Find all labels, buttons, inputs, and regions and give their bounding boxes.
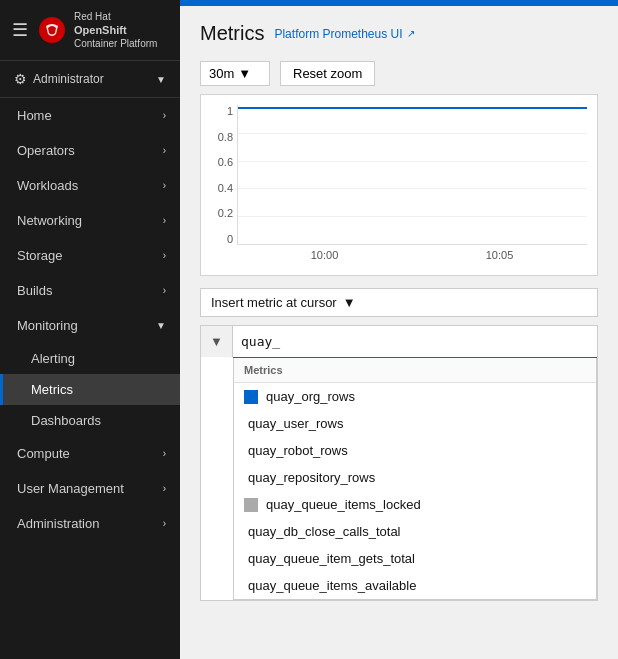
chevron-right-icon: › <box>163 215 166 226</box>
chevron-right-icon: › <box>163 110 166 121</box>
user-chevron-down-icon: ▼ <box>156 74 166 85</box>
reset-zoom-button[interactable]: Reset zoom <box>280 61 375 86</box>
chart-plot <box>237 105 587 245</box>
redhat-icon <box>38 16 66 44</box>
sidebar-item-networking-label: Networking <box>17 213 82 228</box>
sidebar-item-networking[interactable]: Networking › <box>0 203 180 238</box>
chart-container: 1 0.8 0.6 0.4 0.2 0 <box>200 94 598 276</box>
brand-redhat: Red Hat <box>74 10 157 23</box>
grid-line-h <box>238 188 587 189</box>
sidebar-item-user-management[interactable]: User Management › <box>0 471 180 506</box>
dropdown-item-label: quay_org_rows <box>266 389 355 404</box>
grid-lines <box>238 105 587 244</box>
query-input[interactable] <box>233 326 597 359</box>
chart-inner: 1 0.8 0.6 0.4 0.2 0 <box>201 105 587 265</box>
page-title: Metrics <box>200 22 264 45</box>
dropdown-item-label: quay_queue_items_locked <box>266 497 421 512</box>
x-label-2: 10:05 <box>486 249 514 261</box>
prometheus-link[interactable]: Platform Prometheus UI ↗ <box>274 27 414 41</box>
dropdown-item-quay-queue-items-available[interactable]: quay_queue_items_available <box>234 572 596 599</box>
sidebar-item-storage[interactable]: Storage › <box>0 238 180 273</box>
dropdown-item-quay-repository-rows[interactable]: quay_repository_rows <box>234 464 596 491</box>
sidebar-sub-item-metrics-label: Metrics <box>31 382 73 397</box>
grid-line-h <box>238 216 587 217</box>
dropdown-item-quay-db-close-calls-total[interactable]: quay_db_close_calls_total <box>234 518 596 545</box>
sidebar-item-operators[interactable]: Operators › <box>0 133 180 168</box>
query-row: ▼ Metrics quay_org_rows quay_user_rows q… <box>200 325 598 601</box>
prometheus-link-label: Platform Prometheus UI <box>274 27 402 41</box>
chevron-right-icon: › <box>163 518 166 529</box>
insert-metric-button[interactable]: Insert metric at cursor ▼ <box>200 288 598 317</box>
y-label-1: 1 <box>227 105 233 117</box>
dropdown-item-quay-queue-items-locked[interactable]: quay_queue_items_locked <box>234 491 596 518</box>
sidebar-item-monitoring-label: Monitoring <box>17 318 78 333</box>
color-indicator-blue <box>244 390 258 404</box>
dropdown-item-label: quay_queue_item_gets_total <box>248 551 415 566</box>
dropdown-item-quay-robot-rows[interactable]: quay_robot_rows <box>234 437 596 464</box>
brand-text: Red Hat OpenShift Container Platform <box>74 10 157 50</box>
brand-platform: Container Platform <box>74 37 157 50</box>
chevron-down-icon: ▼ <box>156 320 166 331</box>
query-expand-button[interactable]: ▼ <box>201 326 233 357</box>
external-link-icon: ↗ <box>407 28 415 39</box>
dropdown-item-label: quay_repository_rows <box>248 470 375 485</box>
brand-logo: Red Hat OpenShift Container Platform <box>38 10 157 50</box>
chevron-right-icon: › <box>163 483 166 494</box>
x-axis: 10:00 10:05 <box>237 245 587 265</box>
color-indicator-gray <box>244 498 258 512</box>
chevron-right-icon: › <box>163 448 166 459</box>
hamburger-icon[interactable]: ☰ <box>12 19 28 41</box>
chevron-down-icon: ▼ <box>210 334 223 349</box>
insert-metric-chevron-icon: ▼ <box>343 295 356 310</box>
sidebar-sub-item-metrics[interactable]: Metrics <box>0 374 180 405</box>
sidebar-sub-item-dashboards[interactable]: Dashboards <box>0 405 180 436</box>
sidebar-item-user-management-label: User Management <box>17 481 124 496</box>
chevron-right-icon: › <box>163 180 166 191</box>
user-label: Administrator <box>33 72 104 86</box>
time-select[interactable]: 30m ▼ <box>200 61 270 86</box>
grid-line-h <box>238 161 587 162</box>
sidebar-item-administration[interactable]: Administration › <box>0 506 180 541</box>
sidebar-item-operators-label: Operators <box>17 143 75 158</box>
sidebar-item-home[interactable]: Home › <box>0 98 180 133</box>
time-select-chevron-icon: ▼ <box>238 66 251 81</box>
dropdown-header: Metrics <box>234 358 596 383</box>
chevron-right-icon: › <box>163 250 166 261</box>
user-info: ⚙ Administrator <box>14 71 104 87</box>
y-label-08: 0.8 <box>218 131 233 143</box>
sidebar-item-workloads[interactable]: Workloads › <box>0 168 180 203</box>
query-input-area: Metrics quay_org_rows quay_user_rows qua… <box>233 326 597 600</box>
sidebar-item-home-label: Home <box>17 108 52 123</box>
page-header: Metrics Platform Prometheus UI ↗ <box>200 22 598 45</box>
sidebar: ☰ Red Hat OpenShift Container Platform ⚙… <box>0 0 180 659</box>
y-label-04: 0.4 <box>218 182 233 194</box>
grid-line-h <box>238 133 587 134</box>
chevron-right-icon: › <box>163 145 166 156</box>
dropdown-item-label: quay_queue_items_available <box>248 578 416 593</box>
time-select-value: 30m <box>209 66 234 81</box>
dropdown-item-quay-queue-item-gets-total[interactable]: quay_queue_item_gets_total <box>234 545 596 572</box>
main-content: Metrics Platform Prometheus UI ↗ 30m ▼ R… <box>180 0 618 659</box>
dropdown-item-label: quay_robot_rows <box>248 443 348 458</box>
sidebar-user[interactable]: ⚙ Administrator ▼ <box>0 61 180 98</box>
sidebar-sub-item-alerting[interactable]: Alerting <box>0 343 180 374</box>
brand-openshift: OpenShift <box>74 23 157 37</box>
sidebar-item-monitoring[interactable]: Monitoring ▼ <box>0 308 180 343</box>
dropdown-container: Metrics quay_org_rows quay_user_rows qua… <box>233 358 597 600</box>
x-label-1: 10:00 <box>311 249 339 261</box>
sidebar-header: ☰ Red Hat OpenShift Container Platform <box>0 0 180 61</box>
user-icon: ⚙ <box>14 71 27 87</box>
dropdown-item-quay-org-rows[interactable]: quay_org_rows <box>234 383 596 410</box>
y-label-06: 0.6 <box>218 156 233 168</box>
sidebar-item-builds[interactable]: Builds › <box>0 273 180 308</box>
sidebar-item-workloads-label: Workloads <box>17 178 78 193</box>
insert-metric-label: Insert metric at cursor <box>211 295 337 310</box>
chevron-right-icon: › <box>163 285 166 296</box>
sidebar-item-compute[interactable]: Compute › <box>0 436 180 471</box>
sidebar-sub-item-dashboards-label: Dashboards <box>31 413 101 428</box>
sidebar-item-storage-label: Storage <box>17 248 63 263</box>
chart-controls: 30m ▼ Reset zoom <box>200 61 598 86</box>
chart-line <box>238 107 587 109</box>
dropdown-item-quay-user-rows[interactable]: quay_user_rows <box>234 410 596 437</box>
y-label-0: 0 <box>227 233 233 245</box>
